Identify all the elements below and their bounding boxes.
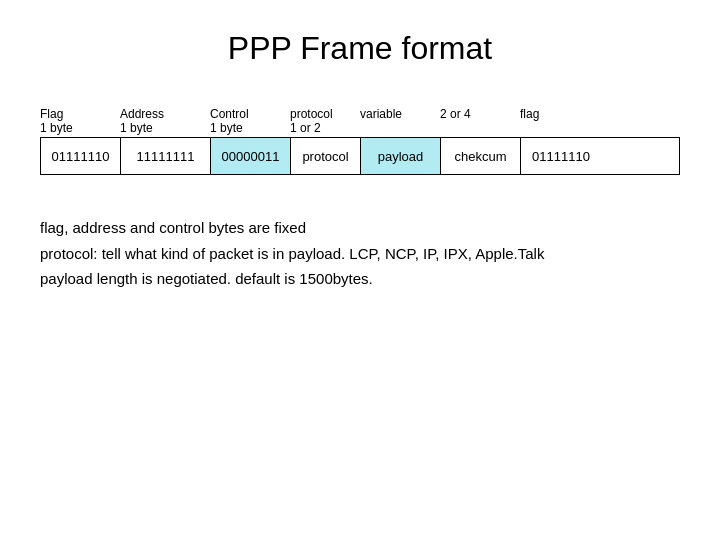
label-checksum: 2 or 4	[440, 107, 520, 135]
label-address: Address 1 byte	[120, 107, 210, 135]
label-protocol-name: protocol	[290, 107, 333, 121]
description-line3: payload length is negotiated. default is…	[40, 266, 680, 292]
cell-flag2: 01111110	[521, 138, 601, 174]
cell-protocol: protocol	[291, 138, 361, 174]
label-flag-size: 1 byte	[40, 121, 73, 135]
frame-diagram: Flag 1 byte Address 1 byte Control 1 byt…	[40, 107, 680, 175]
description-line1: flag, address and control bytes are fixe…	[40, 215, 680, 241]
label-protocol-size: 1 or 2	[290, 121, 321, 135]
description: flag, address and control bytes are fixe…	[40, 215, 680, 292]
label-variable-name: variable	[360, 107, 402, 121]
label-address-size: 1 byte	[120, 121, 153, 135]
cells-row: 01111110 11111111 00000011 protocol payl…	[40, 137, 680, 175]
label-flag2: flag	[520, 107, 600, 135]
cell-flag: 01111110	[41, 138, 121, 174]
label-variable: variable	[360, 107, 440, 135]
label-control-size: 1 byte	[210, 121, 243, 135]
label-address-name: Address	[120, 107, 164, 121]
page-title: PPP Frame format	[228, 30, 492, 67]
cell-control: 00000011	[211, 138, 291, 174]
label-control: Control 1 byte	[210, 107, 290, 135]
labels-row: Flag 1 byte Address 1 byte Control 1 byt…	[40, 107, 680, 135]
label-protocol: protocol 1 or 2	[290, 107, 360, 135]
label-flag2-name: flag	[520, 107, 539, 121]
cell-payload: payload	[361, 138, 441, 174]
label-flag-name: Flag	[40, 107, 63, 121]
description-line2: protocol: tell what kind of packet is in…	[40, 241, 680, 267]
label-flag: Flag 1 byte	[40, 107, 120, 135]
label-control-name: Control	[210, 107, 249, 121]
cell-address: 11111111	[121, 138, 211, 174]
label-checksum-name: 2 or 4	[440, 107, 471, 121]
cell-checksum: chekcum	[441, 138, 521, 174]
